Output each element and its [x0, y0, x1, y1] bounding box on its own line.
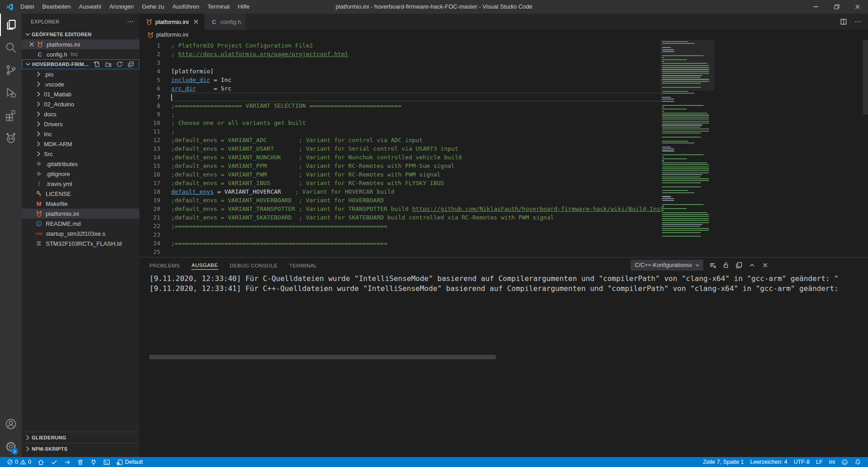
- code-line-8[interactable]: 8;=================== VARIANT SELECTION …: [139, 101, 868, 110]
- open-editors-header[interactable]: GEÖFFNETE EDITOREN: [22, 29, 139, 39]
- code-line-6[interactable]: 6src_dir = Src: [139, 84, 868, 93]
- activity-run-debug[interactable]: [0, 81, 22, 104]
- tree-item-Makefile[interactable]: MMakefile: [22, 199, 139, 209]
- section-gliederung[interactable]: GLIEDERUNG: [22, 432, 139, 443]
- close-icon[interactable]: [28, 41, 36, 48]
- code-line-10[interactable]: 10; Choose one or all variants get built: [139, 119, 868, 127]
- status-language-mode[interactable]: Ini: [826, 457, 838, 467]
- tree-item-LICENSE[interactable]: LICENSE: [22, 189, 139, 199]
- tree-item-01_Matlab[interactable]: 01_Matlab: [22, 89, 139, 99]
- status-encoding[interactable]: UTF-8: [791, 457, 813, 467]
- pio-terminal-button[interactable]: [100, 457, 113, 467]
- panel-tab-terminal[interactable]: TERMINAL: [289, 261, 317, 270]
- pio-home-button[interactable]: [34, 457, 48, 467]
- clear-output-icon[interactable]: [709, 262, 716, 269]
- code-line-21[interactable]: 21;default_envs = VARIANT_SKATEBOARD ; V…: [139, 213, 868, 222]
- activity-search[interactable]: [0, 36, 22, 59]
- activity-extensions[interactable]: [0, 104, 22, 127]
- panel-tab-problems[interactable]: PROBLEMS: [149, 261, 180, 270]
- open-editor-config.h[interactable]: Cconfig.hInc: [22, 49, 139, 59]
- code-line-19[interactable]: 19;default_envs = VARIANT_HOVERBOARD ; V…: [139, 196, 868, 205]
- code-line-7[interactable]: 7: [139, 93, 868, 101]
- pio-clean-button[interactable]: [74, 457, 87, 467]
- open-editor-icon[interactable]: [735, 262, 743, 269]
- unlock-icon[interactable]: [722, 262, 729, 269]
- activity-account[interactable]: [0, 413, 22, 435]
- problems-button[interactable]: 00: [4, 457, 34, 467]
- notifications-button[interactable]: [851, 457, 864, 467]
- menu-auswahl[interactable]: Auswahl: [75, 0, 105, 14]
- code-line-14[interactable]: 14;default_envs = VARIANT_NUNCHUK ; Vari…: [139, 153, 868, 162]
- code-line-9[interactable]: 9;: [139, 110, 868, 119]
- tree-item-Src[interactable]: Src: [22, 149, 139, 159]
- tab-platformio.ini[interactable]: platformio.ini: [139, 14, 205, 30]
- tree-item-README.md[interactable]: README.md: [22, 219, 139, 229]
- minimap[interactable]: [662, 41, 713, 256]
- code-line-5[interactable]: 5include_dir = Inc: [139, 76, 868, 84]
- collapse-all-icon[interactable]: [127, 61, 134, 68]
- pio-upload-button[interactable]: [61, 457, 74, 467]
- activity-source-control[interactable]: [0, 59, 22, 81]
- menu-anzeigen[interactable]: Anzeigen: [105, 0, 138, 14]
- panel-tab-debug-console[interactable]: DEBUG CONSOLE: [230, 261, 278, 270]
- output-channel-dropdown[interactable]: C/C++-Konfigurationsv: [631, 260, 703, 271]
- menu-terminal[interactable]: Terminal: [203, 0, 234, 14]
- project-section-header[interactable]: HOVERBOARD-FIRM...: [22, 59, 139, 69]
- status-eol[interactable]: LF: [813, 457, 826, 467]
- tree-item-startup_stm32f103xe.s[interactable]: ASMstartup_stm32f103xe.s: [22, 229, 139, 238]
- code-line-3[interactable]: 3: [139, 58, 868, 67]
- minimize-button[interactable]: [806, 0, 826, 14]
- code-line-22[interactable]: 22;=====================================…: [139, 222, 868, 230]
- open-editor-platformio.ini[interactable]: platformio.ini: [22, 39, 139, 49]
- tree-item-Inc[interactable]: Inc: [22, 129, 139, 139]
- tree-item-platformio.ini[interactable]: platformio.ini: [22, 209, 139, 219]
- code-line-4[interactable]: 4[platformio]: [139, 67, 868, 76]
- pio-build-button[interactable]: [48, 457, 61, 467]
- menu-hilfe[interactable]: Hilfe: [234, 0, 254, 14]
- code-line-17[interactable]: 17;default_envs = VARIANT_IBUS ; Variant…: [139, 179, 868, 187]
- activity-settings[interactable]: 1: [0, 435, 22, 458]
- code-line-13[interactable]: 13;default_envs = VARIANT_USART ; Varian…: [139, 144, 868, 153]
- code-line-16[interactable]: 16;default_envs = VARIANT_PWM ; Variant …: [139, 170, 868, 179]
- tree-item-.travis.yml[interactable]: !.travis.yml: [22, 179, 139, 189]
- refresh-icon[interactable]: [116, 61, 123, 68]
- tree-item-.pio[interactable]: .pio: [22, 69, 139, 79]
- close-window-button[interactable]: [847, 0, 868, 14]
- chevron-up-icon[interactable]: [748, 262, 756, 269]
- tree-item-STM32F103RCTx_FLASH.ld[interactable]: STM32F103RCTx_FLASH.ld: [22, 238, 139, 248]
- close-icon[interactable]: [762, 262, 769, 269]
- tree-item-MDK-ARM[interactable]: MDK-ARM: [22, 139, 139, 149]
- code-line-24[interactable]: 24;=====================================…: [139, 239, 868, 248]
- panel-horizontal-scrollbar[interactable]: [149, 355, 496, 359]
- close-tab-icon[interactable]: [192, 18, 200, 25]
- feedback-button[interactable]: [838, 457, 851, 467]
- split-editor-icon[interactable]: [840, 18, 847, 25]
- code-line-20[interactable]: 20;default_envs = VARIANT_TRANSPOTTER ; …: [139, 205, 868, 213]
- code-line-18[interactable]: 18default_envs = VARIANT_HOVERCAR ; Vari…: [139, 187, 868, 196]
- breadcrumb[interactable]: platformio.ini: [139, 30, 868, 40]
- tree-item-02_Arduino[interactable]: 02_Arduino: [22, 99, 139, 109]
- code-editor[interactable]: 1; PlatformIO Project Configuration File…: [139, 40, 868, 257]
- panel-tab-ausgabe[interactable]: AUSGABE: [192, 261, 218, 270]
- menu-bearbeiten[interactable]: Bearbeiten: [38, 0, 75, 14]
- pio-serial-monitor-button[interactable]: [87, 457, 100, 467]
- menu-gehe-zu[interactable]: Gehe zu: [138, 0, 168, 14]
- tree-item-docs[interactable]: docs: [22, 109, 139, 119]
- tree-item-.gitignore[interactable]: .gitignore: [22, 169, 139, 179]
- code-line-12[interactable]: 12;default_envs = VARIANT_ADC ; Variant …: [139, 136, 868, 144]
- code-line-11[interactable]: 11;: [139, 127, 868, 136]
- status-indentation[interactable]: Leerzeichen: 4: [747, 457, 791, 467]
- editor-vertical-scrollbar[interactable]: [863, 40, 868, 114]
- menu-ausführen[interactable]: Ausführen: [168, 0, 203, 14]
- code-line-23[interactable]: 23: [139, 230, 868, 239]
- activity-explorer[interactable]: [0, 14, 22, 36]
- more-actions-icon[interactable]: [854, 18, 862, 25]
- tree-item-.vscode[interactable]: .vscode: [22, 79, 139, 89]
- tree-item-Drivers[interactable]: Drivers: [22, 119, 139, 129]
- section-npm-skripts[interactable]: NPM-SKRIPTS: [22, 443, 139, 454]
- explorer-more-actions-icon[interactable]: [127, 18, 134, 25]
- activity-platformio[interactable]: [0, 127, 22, 149]
- tree-item-.gitattributes[interactable]: .gitattributes: [22, 159, 139, 169]
- new-file-icon[interactable]: [93, 61, 101, 68]
- code-line-1[interactable]: 1; PlatformIO Project Configuration File…: [139, 41, 868, 50]
